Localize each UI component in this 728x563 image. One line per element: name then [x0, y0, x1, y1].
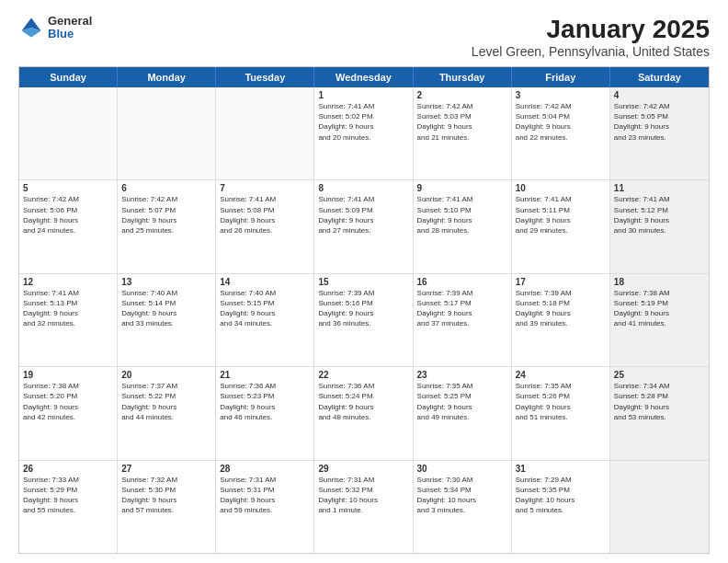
calendar-cell: 8Sunrise: 7:41 AM Sunset: 5:09 PM Daylig… — [314, 180, 413, 272]
calendar-cell: 12Sunrise: 7:41 AM Sunset: 5:13 PM Dayli… — [19, 274, 118, 366]
day-number: 11 — [614, 183, 705, 193]
cell-content: Sunrise: 7:41 AM Sunset: 5:12 PM Dayligh… — [614, 194, 705, 236]
day-number: 28 — [220, 464, 310, 474]
cell-content: Sunrise: 7:39 AM Sunset: 5:17 PM Dayligh… — [417, 288, 507, 329]
calendar-cell: 14Sunrise: 7:40 AM Sunset: 5:15 PM Dayli… — [216, 274, 314, 366]
calendar-row: 26Sunrise: 7:33 AM Sunset: 5:29 PM Dayli… — [19, 460, 709, 553]
calendar-cell: 23Sunrise: 7:35 AM Sunset: 5:25 PM Dayli… — [414, 367, 512, 459]
day-number: 31 — [516, 464, 606, 474]
calendar-row: 19Sunrise: 7:38 AM Sunset: 5:20 PM Dayli… — [19, 366, 709, 459]
day-number: 10 — [516, 183, 606, 193]
logo: General Blue — [18, 15, 92, 41]
calendar-cell: 24Sunrise: 7:35 AM Sunset: 5:26 PM Dayli… — [512, 367, 610, 459]
calendar-title: January 2025 — [472, 15, 710, 44]
calendar-cell: 29Sunrise: 7:31 AM Sunset: 5:32 PM Dayli… — [314, 461, 413, 553]
cell-content: Sunrise: 7:38 AM Sunset: 5:20 PM Dayligh… — [23, 381, 113, 422]
calendar-cell: 4Sunrise: 7:42 AM Sunset: 5:05 PM Daylig… — [610, 87, 709, 179]
cell-content: Sunrise: 7:42 AM Sunset: 5:04 PM Dayligh… — [516, 101, 606, 143]
day-number: 4 — [614, 90, 705, 100]
calendar-cell: 30Sunrise: 7:30 AM Sunset: 5:34 PM Dayli… — [414, 461, 512, 553]
calendar-cell — [216, 87, 314, 179]
calendar-cell: 17Sunrise: 7:39 AM Sunset: 5:18 PM Dayli… — [512, 274, 610, 366]
calendar-cell: 20Sunrise: 7:37 AM Sunset: 5:22 PM Dayli… — [118, 367, 216, 459]
day-number: 24 — [516, 370, 606, 380]
calendar-cell: 1Sunrise: 7:41 AM Sunset: 5:02 PM Daylig… — [314, 87, 413, 179]
cell-content: Sunrise: 7:36 AM Sunset: 5:24 PM Dayligh… — [318, 381, 408, 422]
calendar-row: 12Sunrise: 7:41 AM Sunset: 5:13 PM Dayli… — [19, 273, 709, 366]
calendar-cell — [19, 87, 118, 179]
cell-content: Sunrise: 7:41 AM Sunset: 5:10 PM Dayligh… — [417, 194, 507, 236]
calendar-cell: 25Sunrise: 7:34 AM Sunset: 5:28 PM Dayli… — [610, 367, 709, 459]
cell-content: Sunrise: 7:41 AM Sunset: 5:02 PM Dayligh… — [318, 101, 408, 143]
day-number: 20 — [121, 370, 211, 380]
weekday-header: Saturday — [610, 67, 709, 87]
day-number: 30 — [417, 464, 507, 474]
calendar-cell: 9Sunrise: 7:41 AM Sunset: 5:10 PM Daylig… — [414, 180, 512, 272]
calendar-cell: 31Sunrise: 7:29 AM Sunset: 5:35 PM Dayli… — [512, 461, 610, 553]
day-number: 16 — [417, 277, 507, 287]
calendar-row: 1Sunrise: 7:41 AM Sunset: 5:02 PM Daylig… — [19, 87, 709, 179]
calendar-body: 1Sunrise: 7:41 AM Sunset: 5:02 PM Daylig… — [19, 87, 709, 553]
cell-content: Sunrise: 7:42 AM Sunset: 5:06 PM Dayligh… — [23, 194, 113, 236]
calendar-cell: 21Sunrise: 7:36 AM Sunset: 5:23 PM Dayli… — [216, 367, 314, 459]
cell-content: Sunrise: 7:34 AM Sunset: 5:28 PM Dayligh… — [614, 381, 705, 422]
calendar-subtitle: Level Green, Pennsylvania, United States — [472, 44, 710, 59]
day-number: 12 — [23, 277, 113, 287]
calendar-cell: 26Sunrise: 7:33 AM Sunset: 5:29 PM Dayli… — [19, 461, 118, 553]
cell-content: Sunrise: 7:36 AM Sunset: 5:23 PM Dayligh… — [220, 381, 310, 422]
calendar-cell: 15Sunrise: 7:39 AM Sunset: 5:16 PM Dayli… — [314, 274, 413, 366]
cell-content: Sunrise: 7:39 AM Sunset: 5:18 PM Dayligh… — [516, 288, 606, 329]
calendar-row: 5Sunrise: 7:42 AM Sunset: 5:06 PM Daylig… — [19, 179, 709, 272]
calendar-cell: 5Sunrise: 7:42 AM Sunset: 5:06 PM Daylig… — [19, 180, 118, 272]
day-number: 21 — [220, 370, 310, 380]
calendar-cell: 2Sunrise: 7:42 AM Sunset: 5:03 PM Daylig… — [414, 87, 512, 179]
calendar-cell — [610, 461, 709, 553]
calendar-cell: 28Sunrise: 7:31 AM Sunset: 5:31 PM Dayli… — [216, 461, 314, 553]
cell-content: Sunrise: 7:35 AM Sunset: 5:26 PM Dayligh… — [516, 381, 606, 422]
calendar-cell: 27Sunrise: 7:32 AM Sunset: 5:30 PM Dayli… — [118, 461, 216, 553]
calendar: SundayMondayTuesdayWednesdayThursdayFrid… — [18, 66, 710, 554]
cell-content: Sunrise: 7:31 AM Sunset: 5:31 PM Dayligh… — [220, 475, 310, 516]
cell-content: Sunrise: 7:29 AM Sunset: 5:35 PM Dayligh… — [516, 475, 606, 516]
cell-content: Sunrise: 7:40 AM Sunset: 5:14 PM Dayligh… — [121, 288, 211, 329]
cell-content: Sunrise: 7:41 AM Sunset: 5:11 PM Dayligh… — [516, 194, 606, 236]
calendar-cell: 3Sunrise: 7:42 AM Sunset: 5:04 PM Daylig… — [512, 87, 610, 179]
cell-content: Sunrise: 7:38 AM Sunset: 5:19 PM Dayligh… — [614, 288, 705, 329]
calendar-cell: 19Sunrise: 7:38 AM Sunset: 5:20 PM Dayli… — [19, 367, 118, 459]
day-number: 14 — [220, 277, 310, 287]
weekday-header: Wednesday — [314, 67, 413, 87]
day-number: 23 — [417, 370, 507, 380]
page: General Blue January 2025 Level Green, P… — [0, 0, 728, 563]
calendar-header: SundayMondayTuesdayWednesdayThursdayFrid… — [19, 67, 709, 87]
cell-content: Sunrise: 7:32 AM Sunset: 5:30 PM Dayligh… — [121, 475, 211, 516]
day-number: 22 — [318, 370, 408, 380]
header: General Blue January 2025 Level Green, P… — [18, 15, 710, 59]
day-number: 7 — [220, 183, 310, 193]
day-number: 9 — [417, 183, 507, 193]
weekday-header: Monday — [118, 67, 216, 87]
cell-content: Sunrise: 7:35 AM Sunset: 5:25 PM Dayligh… — [417, 381, 507, 422]
day-number: 8 — [318, 183, 408, 193]
day-number: 27 — [121, 464, 211, 474]
cell-content: Sunrise: 7:42 AM Sunset: 5:03 PM Dayligh… — [417, 101, 507, 143]
calendar-cell: 7Sunrise: 7:41 AM Sunset: 5:08 PM Daylig… — [216, 180, 314, 272]
calendar-cell: 11Sunrise: 7:41 AM Sunset: 5:12 PM Dayli… — [610, 180, 709, 272]
cell-content: Sunrise: 7:31 AM Sunset: 5:32 PM Dayligh… — [318, 475, 408, 516]
day-number: 15 — [318, 277, 408, 287]
cell-content: Sunrise: 7:41 AM Sunset: 5:13 PM Dayligh… — [23, 288, 113, 329]
day-number: 25 — [614, 370, 705, 380]
calendar-cell: 13Sunrise: 7:40 AM Sunset: 5:14 PM Dayli… — [118, 274, 216, 366]
logo-icon — [18, 15, 44, 40]
day-number: 18 — [614, 277, 705, 287]
title-block: January 2025 Level Green, Pennsylvania, … — [472, 15, 710, 59]
cell-content: Sunrise: 7:42 AM Sunset: 5:05 PM Dayligh… — [614, 101, 705, 143]
day-number: 13 — [121, 277, 211, 287]
calendar-cell: 22Sunrise: 7:36 AM Sunset: 5:24 PM Dayli… — [314, 367, 413, 459]
logo-text: General Blue — [48, 15, 92, 41]
cell-content: Sunrise: 7:30 AM Sunset: 5:34 PM Dayligh… — [417, 475, 507, 516]
day-number: 26 — [23, 464, 113, 474]
cell-content: Sunrise: 7:33 AM Sunset: 5:29 PM Dayligh… — [23, 475, 113, 516]
logo-line1: General — [48, 15, 92, 28]
logo-line2: Blue — [48, 28, 92, 40]
cell-content: Sunrise: 7:37 AM Sunset: 5:22 PM Dayligh… — [121, 381, 211, 422]
